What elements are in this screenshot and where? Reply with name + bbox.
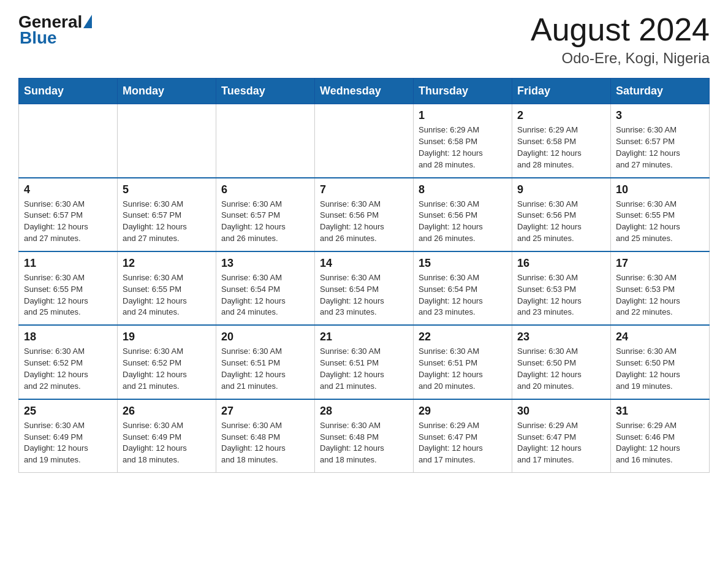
calendar-cell: 29Sunrise: 6:29 AMSunset: 6:47 PMDayligh… bbox=[414, 399, 512, 473]
calendar-cell: 4Sunrise: 6:30 AMSunset: 6:57 PMDaylight… bbox=[19, 178, 118, 251]
day-info: Sunrise: 6:30 AMSunset: 6:56 PMDaylight:… bbox=[517, 199, 605, 245]
day-info: Sunrise: 6:30 AMSunset: 6:51 PMDaylight:… bbox=[419, 346, 507, 392]
day-number: 11 bbox=[24, 257, 112, 270]
day-info: Sunrise: 6:30 AMSunset: 6:57 PMDaylight:… bbox=[123, 199, 211, 245]
weekday-header-thursday: Thursday bbox=[414, 79, 512, 104]
day-number: 27 bbox=[221, 405, 309, 418]
day-info: Sunrise: 6:30 AMSunset: 6:57 PMDaylight:… bbox=[221, 199, 309, 245]
weekday-header-sunday: Sunday bbox=[19, 79, 118, 104]
day-info: Sunrise: 6:30 AMSunset: 6:55 PMDaylight:… bbox=[24, 272, 112, 318]
day-info: Sunrise: 6:30 AMSunset: 6:54 PMDaylight:… bbox=[419, 272, 507, 318]
calendar-cell: 7Sunrise: 6:30 AMSunset: 6:56 PMDaylight… bbox=[315, 178, 414, 251]
calendar-cell: 12Sunrise: 6:30 AMSunset: 6:55 PMDayligh… bbox=[118, 251, 216, 325]
title-block: August 2024 Odo-Ere, Kogi, Nigeria bbox=[531, 12, 710, 67]
calendar-cell: 6Sunrise: 6:30 AMSunset: 6:57 PMDaylight… bbox=[216, 178, 315, 251]
day-number: 24 bbox=[616, 331, 704, 343]
calendar-cell bbox=[19, 104, 118, 178]
calendar-cell: 2Sunrise: 6:29 AMSunset: 6:58 PMDaylight… bbox=[512, 104, 611, 178]
calendar-week-row: 1Sunrise: 6:29 AMSunset: 6:58 PMDaylight… bbox=[19, 104, 710, 178]
calendar-cell: 22Sunrise: 6:30 AMSunset: 6:51 PMDayligh… bbox=[414, 325, 512, 399]
calendar-title: August 2024 bbox=[531, 12, 710, 47]
day-info: Sunrise: 6:30 AMSunset: 6:54 PMDaylight:… bbox=[320, 272, 408, 318]
calendar-week-row: 25Sunrise: 6:30 AMSunset: 6:49 PMDayligh… bbox=[19, 399, 710, 473]
calendar-cell: 27Sunrise: 6:30 AMSunset: 6:48 PMDayligh… bbox=[216, 399, 315, 473]
calendar-cell: 31Sunrise: 6:29 AMSunset: 6:46 PMDayligh… bbox=[611, 399, 710, 473]
calendar-cell: 16Sunrise: 6:30 AMSunset: 6:53 PMDayligh… bbox=[512, 251, 611, 325]
day-info: Sunrise: 6:30 AMSunset: 6:50 PMDaylight:… bbox=[616, 346, 704, 392]
calendar-cell: 11Sunrise: 6:30 AMSunset: 6:55 PMDayligh… bbox=[19, 251, 118, 325]
day-info: Sunrise: 6:30 AMSunset: 6:52 PMDaylight:… bbox=[24, 346, 112, 392]
day-info: Sunrise: 6:30 AMSunset: 6:48 PMDaylight:… bbox=[320, 420, 408, 466]
day-number: 6 bbox=[221, 183, 309, 196]
day-number: 23 bbox=[517, 331, 605, 343]
calendar-cell: 25Sunrise: 6:30 AMSunset: 6:49 PMDayligh… bbox=[19, 399, 118, 473]
weekday-header-saturday: Saturday bbox=[611, 79, 710, 104]
calendar-cell: 13Sunrise: 6:30 AMSunset: 6:54 PMDayligh… bbox=[216, 251, 315, 325]
calendar-cell: 24Sunrise: 6:30 AMSunset: 6:50 PMDayligh… bbox=[611, 325, 710, 399]
day-number: 4 bbox=[24, 183, 112, 196]
calendar-week-row: 18Sunrise: 6:30 AMSunset: 6:52 PMDayligh… bbox=[19, 325, 710, 399]
day-info: Sunrise: 6:30 AMSunset: 6:53 PMDaylight:… bbox=[616, 272, 704, 318]
day-info: Sunrise: 6:29 AMSunset: 6:58 PMDaylight:… bbox=[419, 124, 507, 170]
calendar-cell: 9Sunrise: 6:30 AMSunset: 6:56 PMDaylight… bbox=[512, 178, 611, 251]
day-number: 17 bbox=[616, 257, 704, 270]
day-number: 19 bbox=[123, 331, 211, 343]
day-number: 5 bbox=[123, 183, 211, 196]
calendar-week-row: 11Sunrise: 6:30 AMSunset: 6:55 PMDayligh… bbox=[19, 251, 710, 325]
day-number: 30 bbox=[517, 405, 605, 418]
calendar-cell: 19Sunrise: 6:30 AMSunset: 6:52 PMDayligh… bbox=[118, 325, 216, 399]
calendar-table: SundayMondayTuesdayWednesdayThursdayFrid… bbox=[18, 78, 710, 473]
day-number: 22 bbox=[419, 331, 507, 343]
day-info: Sunrise: 6:30 AMSunset: 6:54 PMDaylight:… bbox=[221, 272, 309, 318]
calendar-cell: 3Sunrise: 6:30 AMSunset: 6:57 PMDaylight… bbox=[611, 104, 710, 178]
day-number: 29 bbox=[419, 405, 507, 418]
calendar-cell: 17Sunrise: 6:30 AMSunset: 6:53 PMDayligh… bbox=[611, 251, 710, 325]
day-number: 31 bbox=[616, 405, 704, 418]
calendar-cell: 1Sunrise: 6:29 AMSunset: 6:58 PMDaylight… bbox=[414, 104, 512, 178]
day-number: 1 bbox=[419, 109, 507, 122]
calendar-cell: 5Sunrise: 6:30 AMSunset: 6:57 PMDaylight… bbox=[118, 178, 216, 251]
day-info: Sunrise: 6:30 AMSunset: 6:49 PMDaylight:… bbox=[24, 420, 112, 466]
calendar-cell: 26Sunrise: 6:30 AMSunset: 6:49 PMDayligh… bbox=[118, 399, 216, 473]
day-info: Sunrise: 6:30 AMSunset: 6:57 PMDaylight:… bbox=[616, 124, 704, 170]
calendar-cell bbox=[315, 104, 414, 178]
calendar-cell: 28Sunrise: 6:30 AMSunset: 6:48 PMDayligh… bbox=[315, 399, 414, 473]
day-info: Sunrise: 6:30 AMSunset: 6:52 PMDaylight:… bbox=[123, 346, 211, 392]
day-info: Sunrise: 6:30 AMSunset: 6:57 PMDaylight:… bbox=[24, 199, 112, 245]
calendar-cell: 18Sunrise: 6:30 AMSunset: 6:52 PMDayligh… bbox=[19, 325, 118, 399]
day-number: 9 bbox=[517, 183, 605, 196]
calendar-cell: 15Sunrise: 6:30 AMSunset: 6:54 PMDayligh… bbox=[414, 251, 512, 325]
day-number: 16 bbox=[517, 257, 605, 270]
day-info: Sunrise: 6:30 AMSunset: 6:53 PMDaylight:… bbox=[517, 272, 605, 318]
day-info: Sunrise: 6:29 AMSunset: 6:46 PMDaylight:… bbox=[616, 420, 704, 466]
day-info: Sunrise: 6:30 AMSunset: 6:48 PMDaylight:… bbox=[221, 420, 309, 466]
weekday-header-tuesday: Tuesday bbox=[216, 79, 315, 104]
day-info: Sunrise: 6:29 AMSunset: 6:58 PMDaylight:… bbox=[517, 124, 605, 170]
day-number: 3 bbox=[616, 109, 704, 122]
day-info: Sunrise: 6:29 AMSunset: 6:47 PMDaylight:… bbox=[419, 420, 507, 466]
day-number: 21 bbox=[320, 331, 408, 343]
logo: General Blue bbox=[18, 12, 92, 48]
day-info: Sunrise: 6:30 AMSunset: 6:49 PMDaylight:… bbox=[123, 420, 211, 466]
day-number: 25 bbox=[24, 405, 112, 418]
day-info: Sunrise: 6:30 AMSunset: 6:50 PMDaylight:… bbox=[517, 346, 605, 392]
calendar-cell: 8Sunrise: 6:30 AMSunset: 6:56 PMDaylight… bbox=[414, 178, 512, 251]
day-info: Sunrise: 6:30 AMSunset: 6:51 PMDaylight:… bbox=[320, 346, 408, 392]
day-info: Sunrise: 6:30 AMSunset: 6:55 PMDaylight:… bbox=[123, 272, 211, 318]
calendar-cell: 10Sunrise: 6:30 AMSunset: 6:55 PMDayligh… bbox=[611, 178, 710, 251]
page-header: General Blue August 2024 Odo-Ere, Kogi, … bbox=[18, 12, 710, 67]
calendar-cell: 23Sunrise: 6:30 AMSunset: 6:50 PMDayligh… bbox=[512, 325, 611, 399]
day-number: 26 bbox=[123, 405, 211, 418]
day-number: 20 bbox=[221, 331, 309, 343]
weekday-header-wednesday: Wednesday bbox=[315, 79, 414, 104]
day-number: 10 bbox=[616, 183, 704, 196]
calendar-subtitle: Odo-Ere, Kogi, Nigeria bbox=[531, 50, 710, 67]
logo-blue-text: Blue bbox=[20, 28, 57, 48]
day-info: Sunrise: 6:30 AMSunset: 6:55 PMDaylight:… bbox=[616, 199, 704, 245]
day-info: Sunrise: 6:30 AMSunset: 6:56 PMDaylight:… bbox=[419, 199, 507, 245]
day-number: 28 bbox=[320, 405, 408, 418]
weekday-header-monday: Monday bbox=[118, 79, 216, 104]
calendar-cell: 30Sunrise: 6:29 AMSunset: 6:47 PMDayligh… bbox=[512, 399, 611, 473]
day-number: 15 bbox=[419, 257, 507, 270]
calendar-cell: 21Sunrise: 6:30 AMSunset: 6:51 PMDayligh… bbox=[315, 325, 414, 399]
